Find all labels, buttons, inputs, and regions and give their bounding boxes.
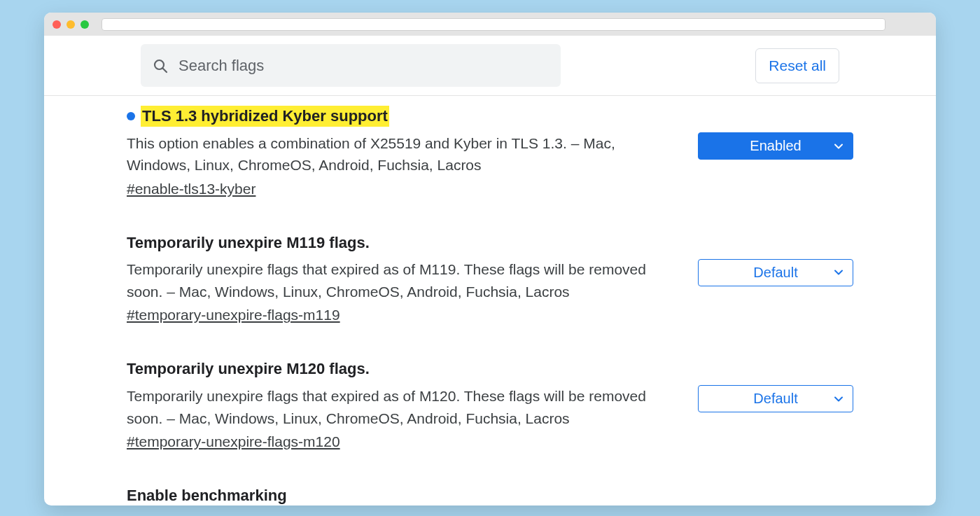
flag-state-value: Default <box>753 265 797 281</box>
flag-description: This option enables a combination of X25… <box>127 132 678 176</box>
chevron-down-icon <box>833 267 844 278</box>
search-input[interactable] <box>178 57 550 75</box>
flag-entry: Temporarily unexpire M119 flags.Temporar… <box>44 232 936 359</box>
modified-indicator-icon <box>127 112 135 120</box>
flag-state-value: Enabled <box>750 138 801 154</box>
window-close-button[interactable] <box>52 20 61 29</box>
flag-state-select[interactable]: Default <box>698 385 853 412</box>
chevron-down-icon <box>833 141 844 152</box>
search-icon <box>152 57 169 74</box>
traffic-lights <box>52 20 89 29</box>
flag-description: Temporarily unexpire flags that expired … <box>127 385 678 429</box>
flag-title: Temporarily unexpire M120 flags. <box>127 358 370 379</box>
flags-list[interactable]: TLS 1.3 hybridized Kyber supportThis opt… <box>44 96 936 505</box>
flag-anchor-link[interactable]: #temporary-unexpire-flags-m120 <box>127 433 340 450</box>
flag-entry: Temporarily unexpire M120 flags.Temporar… <box>44 358 936 485</box>
flag-state-select[interactable]: Enabled <box>698 132 853 160</box>
window-minimize-button[interactable] <box>66 20 75 29</box>
flag-entry: TLS 1.3 hybridized Kyber supportThis opt… <box>44 106 936 232</box>
flag-title: TLS 1.3 hybridized Kyber support <box>141 106 389 127</box>
flags-toolbar: Reset all <box>44 36 936 96</box>
address-bar[interactable] <box>102 18 886 31</box>
flag-state-select[interactable]: Default <box>698 259 853 286</box>
flag-title: Temporarily unexpire M119 flags. <box>127 232 370 253</box>
flag-entry: Enable benchmarkingSets all features to … <box>44 485 936 505</box>
search-box[interactable] <box>141 44 561 87</box>
flag-title: Enable benchmarking <box>127 485 287 505</box>
browser-window: Reset all TLS 1.3 hybridized Kyber suppo… <box>44 13 936 505</box>
flag-anchor-link[interactable]: #temporary-unexpire-flags-m119 <box>127 307 340 323</box>
chevron-down-icon <box>833 393 844 405</box>
flag-anchor-link[interactable]: #enable-tls13-kyber <box>127 181 255 197</box>
reset-all-button[interactable]: Reset all <box>755 48 839 83</box>
flag-description: Temporarily unexpire flags that expired … <box>127 258 678 302</box>
svg-line-1 <box>163 68 167 72</box>
titlebar <box>44 13 936 36</box>
flag-state-value: Default <box>753 391 797 407</box>
window-maximize-button[interactable] <box>80 20 89 29</box>
